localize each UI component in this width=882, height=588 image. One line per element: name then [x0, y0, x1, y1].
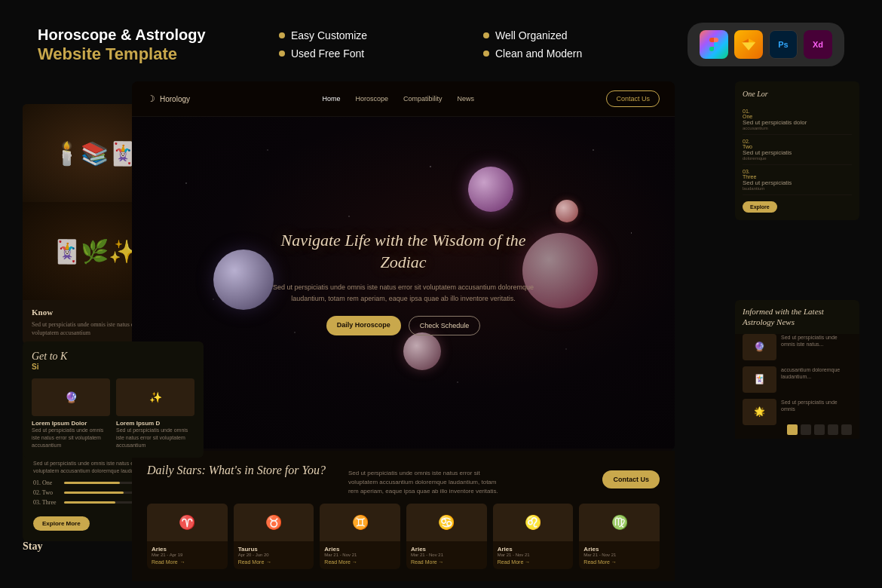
news-item-3: 🌟 Sed ut perspiciatis unde omnis: [743, 399, 852, 425]
planet-2: [556, 200, 578, 222]
right-text-3: Sed ut perspiciatis: [743, 179, 792, 186]
right-list-item-1: 01. One Sed ut perspiciatis dolor accusa…: [743, 105, 852, 135]
page-dot-5[interactable]: [841, 424, 852, 435]
right-bottom-area: Informed with the Latest Astrology News …: [735, 300, 859, 439]
gemini-name: Aries: [324, 546, 396, 553]
skill-bar-fill-1: [64, 482, 120, 484]
right-list-content-1: 01. One Sed ut perspiciatis dolor accusa…: [743, 109, 807, 130]
navbar-contact-button[interactable]: Contact Us: [606, 90, 660, 107]
check-schedule-button[interactable]: Check Schedule: [409, 316, 481, 335]
page-dot-3[interactable]: [814, 424, 825, 435]
right-explore-button[interactable]: Explore: [743, 201, 777, 213]
right-list-item-3: 03. Three Sed ut perspiciatis laudantium: [743, 165, 852, 195]
skill-bar-fill-3: [64, 501, 115, 504]
news-items: 🔮 Sed ut perspiciatis unde omnis iste na…: [735, 334, 859, 439]
photoshop-icon: Ps: [769, 30, 798, 59]
aries-read-more[interactable]: Read More →: [152, 559, 223, 565]
cancer-image: ♋: [406, 504, 487, 541]
gemini-image: ♊: [320, 504, 400, 541]
daily-title-block: Daily Stars: What's in Store for You?: [147, 463, 326, 479]
virgo-info: Aries Mar 21 - Nov 21 Read More →: [579, 541, 660, 569]
page-dot-4[interactable]: [828, 424, 838, 435]
taurus-name: Taurus: [238, 546, 310, 553]
daily-contact-block: Contact Us: [602, 463, 660, 488]
daily-desc-block: Sed ut perspiciatis unde omnis iste natu…: [341, 463, 588, 496]
site-logo: ☽ Horology: [147, 93, 190, 104]
daily-stars-desc: Sed ut perspiciatis unde omnis iste natu…: [348, 469, 499, 496]
site-nav-links: Home Horoscope Compatibility News: [322, 95, 474, 103]
zodiac-card-aries: ♈ Aries Mar 21 - Apr 19 Read More →: [147, 504, 228, 569]
right-list-content-3: 03. Three Sed ut perspiciatis laudantium: [743, 169, 792, 191]
leo-read-more[interactable]: Read More →: [498, 559, 569, 565]
right-num-3: 03. Three: [743, 169, 756, 179]
aries-info: Aries Mar 21 - Apr 19 Read More →: [147, 541, 228, 569]
news-text-2: accusantium doloremque laudantium...: [781, 366, 852, 393]
news-image-1: 🔮: [743, 334, 776, 360]
aries-name: Aries: [152, 546, 223, 553]
hero-area: Navigate Life with the Wisdom of the Zod…: [132, 117, 675, 449]
nav-horoscope[interactable]: Horoscope: [355, 95, 388, 103]
right-panel-title: One Lor: [743, 89, 852, 99]
virgo-read-more[interactable]: Read More →: [583, 559, 655, 565]
right-list-content-2: 02. Two Sed ut perspiciatis doloremque: [743, 139, 792, 161]
nav-news[interactable]: News: [458, 95, 475, 103]
zodiac-card-cancer: ♋ Aries Mar 21 - Nov 21 Read More →: [406, 504, 487, 569]
taurus-read-more[interactable]: Read More →: [238, 559, 310, 565]
gemini-read-more[interactable]: Read More →: [324, 559, 396, 565]
feature-used-free-font: Used Free Font: [279, 47, 438, 60]
virgo-name: Aries: [583, 546, 655, 553]
daily-contact-button[interactable]: Contact Us: [602, 470, 660, 488]
right-sub-3: laudantium: [743, 186, 792, 191]
pagination: [787, 424, 852, 435]
nav-home[interactable]: Home: [322, 95, 340, 103]
lorem-title-1: Lorem Ipsum Dolor: [32, 420, 110, 427]
feature-dot: [279, 51, 285, 57]
virgo-dates: Mar 21 - Nov 21: [583, 553, 655, 557]
figma-icon: [700, 30, 728, 59]
right-panel: One Lor 01. One Sed ut perspiciatis dolo…: [735, 81, 859, 220]
screenshots-area: Know Sed ut perspiciatis unde omnis iste…: [23, 81, 859, 549]
taurus-image: ♉: [234, 504, 314, 541]
news-item-2: 🃏 accusantium doloremque laudantium...: [743, 366, 852, 393]
planet-4: [403, 332, 441, 370]
daily-horoscope-button[interactable]: Daily Horoscope: [326, 316, 401, 335]
right-sub-2: doloremque: [743, 156, 792, 161]
zodiac-card-virgo: ♍ Aries Mar 21 - Nov 21 Read More →: [579, 504, 660, 569]
lorem-desc-2: Sed ut perspiciatis unde omnis iste natu…: [116, 427, 194, 449]
feature-dot: [483, 51, 489, 57]
features-list: Easy Customize Well Organized Used Free …: [279, 29, 642, 60]
cancer-dates: Mar 21 - Nov 21: [411, 553, 482, 557]
page-dot-1[interactable]: [787, 424, 798, 435]
tool-icons-group: Ps Xd: [688, 23, 844, 66]
explore-more-button[interactable]: Explore More: [33, 516, 90, 531]
cancer-name: Aries: [411, 546, 482, 553]
news-image-3: 🌟: [743, 399, 776, 425]
planet-1: [468, 167, 513, 212]
skill-name-3: 03. Three: [33, 499, 60, 506]
daily-stars-title: Daily Stars: What's in Store for You?: [147, 463, 326, 479]
taurus-info: Taurus Apr 20 - Jun 20 Read More →: [234, 541, 314, 569]
skill-name-1: 01. One: [33, 479, 60, 486]
gemini-info: Aries Mar 21 - Nov 21 Read More →: [320, 541, 400, 569]
page-dot-2[interactable]: [801, 424, 811, 435]
cancer-read-more[interactable]: Read More →: [411, 559, 482, 565]
lorem-title-2: Lorem Ipsum D: [116, 420, 194, 427]
stay-text: Stay: [23, 541, 42, 553]
right-text-2: Sed ut perspiciatis: [743, 149, 792, 156]
daily-stars: Daily Stars: What's in Store for You? Se…: [147, 463, 660, 496]
sketch-icon: [734, 30, 763, 59]
title-block: Horoscope & Astrology Website Template: [38, 25, 234, 64]
site-navbar: ☽ Horology Home Horoscope Compatibility …: [132, 81, 675, 117]
feature-clean-modern: Clean and Modern: [483, 47, 642, 60]
lorem-desc-1: Sed ut perspiciatis unde omnis iste natu…: [32, 427, 110, 449]
nav-compatibility[interactable]: Compatibility: [403, 95, 443, 103]
leo-image: ♌: [493, 504, 574, 541]
zodiac-card-gemini: ♊ Aries Mar 21 - Nov 21 Read More →: [320, 504, 400, 569]
hero-buttons: Daily Horoscope Check Schedule: [271, 316, 535, 335]
title-sub: Website Template: [38, 44, 234, 64]
zodiac-card-leo: ♌ Aries Mar 21 - Nov 21 Read More →: [493, 504, 574, 569]
feature-dot: [483, 32, 489, 38]
right-num-1: 01. One: [743, 109, 756, 119]
lorem-item-2: ✨ Lorem Ipsum D Sed ut perspiciatis unde…: [116, 378, 194, 449]
hero-content: Navigate Life with the Wisdom of the Zod…: [271, 230, 535, 335]
